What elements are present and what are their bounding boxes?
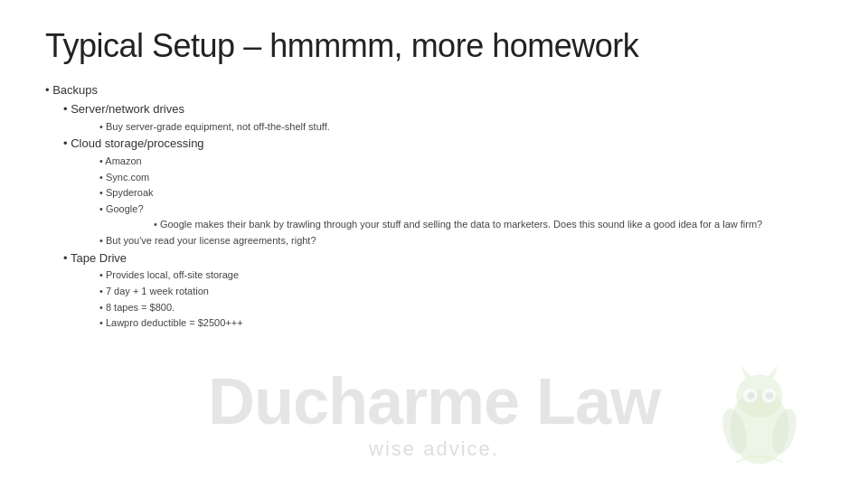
item-label: Provides local, off-site storage bbox=[106, 269, 239, 280]
list-item: 8 tapes = $800. bbox=[99, 300, 823, 316]
item-label: Tape Drive bbox=[71, 251, 127, 265]
list-item: Buy server-grade equipment, not off-the-… bbox=[99, 119, 823, 136]
item-label: Backups bbox=[52, 83, 98, 97]
svg-marker-2 bbox=[741, 365, 751, 379]
list-item: Amazon bbox=[99, 154, 823, 170]
svg-point-7 bbox=[766, 391, 774, 399]
list-item: 7 day + 1 week rotation bbox=[99, 284, 823, 300]
slide: Typical Setup – hmmmm, more homework Bac… bbox=[0, 0, 868, 488]
item-label: Cloud storage/processing bbox=[71, 136, 203, 150]
list-item: Provides local, off-site storage bbox=[99, 267, 823, 284]
owl-watermark-icon bbox=[705, 361, 814, 470]
item-label: Spyderoak bbox=[106, 187, 154, 198]
list-item: Spyderoak bbox=[99, 185, 823, 202]
watermark-large: Ducharme Law bbox=[208, 369, 660, 434]
list-item: But you've read your license agreements,… bbox=[99, 233, 823, 249]
list-item: Google? Google makes their bank by trawl… bbox=[99, 202, 823, 233]
item-label: Google? bbox=[106, 203, 144, 214]
list-item: Server/network drives Buy server-grade e… bbox=[63, 100, 823, 135]
item-label: But you've read your license agreements,… bbox=[106, 235, 316, 246]
item-label: Server/network drives bbox=[71, 102, 184, 116]
item-label: Lawpro deductible = $2500+++ bbox=[106, 317, 243, 328]
item-label: Amazon bbox=[105, 155, 141, 166]
item-label: 7 day + 1 week rotation bbox=[106, 286, 209, 296]
svg-point-6 bbox=[747, 391, 755, 399]
item-label: Google makes their bank by trawling thro… bbox=[160, 219, 762, 230]
item-label: Buy server-grade equipment, not off-the-… bbox=[106, 121, 330, 132]
list-item: Cloud storage/processing Amazon Sync.com… bbox=[63, 135, 823, 249]
list-item: Sync.com bbox=[99, 170, 823, 186]
list-item: Lawpro deductible = $2500+++ bbox=[99, 315, 823, 332]
list-item: Tape Drive Provides local, off-site stor… bbox=[63, 249, 823, 332]
list-item: Google makes their bank by trawling thro… bbox=[154, 217, 823, 233]
watermark-small: wise advice. bbox=[369, 437, 499, 461]
slide-content: Backups Server/network drives Buy server… bbox=[45, 81, 823, 332]
item-label: Sync.com bbox=[106, 172, 149, 183]
svg-marker-3 bbox=[768, 365, 778, 379]
slide-title: Typical Setup – hmmmm, more homework bbox=[45, 27, 823, 65]
item-label: 8 tapes = $800. bbox=[106, 302, 175, 313]
svg-point-1 bbox=[736, 375, 782, 418]
list-item: Backups Server/network drives Buy server… bbox=[45, 81, 823, 332]
